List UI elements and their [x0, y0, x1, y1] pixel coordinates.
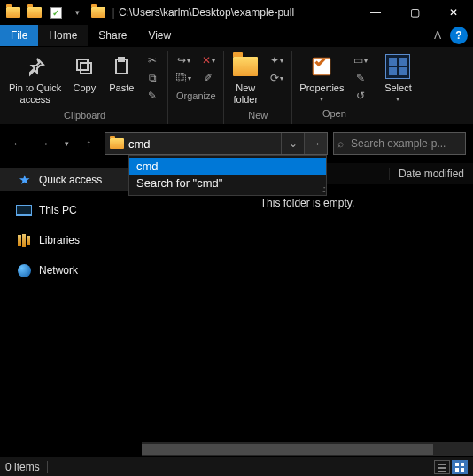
monitor-icon [16, 203, 32, 217]
select-group-label [397, 105, 399, 121]
properties-button[interactable]: Properties ▾ [296, 51, 347, 105]
copy-label: Copy [73, 82, 96, 94]
properties-label: Properties [299, 82, 344, 94]
select-icon [384, 52, 412, 81]
svg-rect-5 [438, 464, 446, 465]
delete-button[interactable]: ✕▾ [198, 52, 218, 68]
new-item-button[interactable]: ✦▾ [267, 52, 286, 68]
ribbon-tabs: File Home Share View ᐱ ? [0, 25, 473, 46]
copy-path-button[interactable]: ⧉ [143, 70, 162, 86]
copy-to-button[interactable]: ⿻▾ [174, 70, 193, 86]
tab-home[interactable]: Home [38, 25, 88, 46]
sidebar-label-thispc: This PC [39, 204, 77, 216]
qat-checkbox-icon[interactable]: ✓ [46, 3, 66, 22]
svg-rect-6 [438, 467, 446, 469]
address-folder-icon [105, 138, 128, 149]
sidebar-label-libraries: Libraries [39, 234, 80, 246]
paste-button[interactable]: Paste [104, 51, 139, 96]
pin-label-2: access [20, 94, 50, 105]
rename-icon: ✐ [204, 72, 213, 84]
tab-share[interactable]: Share [88, 25, 137, 46]
thumbnails-view-button[interactable] [452, 460, 468, 474]
qat-window-icon [89, 3, 108, 22]
history-icon: ↺ [356, 90, 365, 102]
column-date-modified[interactable]: Date modified [390, 168, 473, 180]
sidebar-label-quick: Quick access [39, 174, 102, 186]
qat-dropdown[interactable]: ▾ [67, 3, 87, 22]
paste-label: Paste [109, 82, 134, 94]
edit-button[interactable]: ✎ [351, 70, 370, 86]
window-title: C:\Users\karlm\Desktop\example-pull [117, 6, 356, 19]
sidebar-item-this-pc[interactable]: This PC [0, 199, 141, 222]
qat-folder2-icon[interactable] [25, 3, 44, 22]
navigation-bar: ← → ▾ ↑ ⌄ → cmd Search for "cmd" .:: ⌕ [0, 125, 473, 162]
paste-icon [107, 52, 136, 81]
tab-file[interactable]: File [0, 25, 38, 46]
open-button[interactable]: ▭▾ [351, 52, 370, 68]
quick-access-toolbar: ✓ ▾ | [4, 3, 117, 22]
maximize-button[interactable]: ▢ [395, 0, 434, 25]
forward-button[interactable]: → [34, 133, 55, 154]
easy-access-button[interactable]: ⟳▾ [267, 70, 286, 86]
paste-shortcut-button[interactable]: ✎ [143, 88, 162, 104]
sidebar-label-network: Network [39, 264, 78, 277]
recent-locations-button[interactable]: ▾ [60, 133, 73, 154]
sidebar-item-quick-access[interactable]: ★ Quick access [0, 168, 141, 191]
pin-icon [21, 52, 50, 81]
ribbon-collapse-button[interactable]: ᐱ [427, 29, 448, 42]
explorer-body: ★ Quick access This PC Libraries Network… [0, 162, 473, 456]
close-button[interactable]: ✕ [434, 0, 473, 25]
back-button[interactable]: ← [7, 133, 28, 154]
sidebar-item-network[interactable]: Network [0, 259, 141, 282]
file-list[interactable]: This folder is empty. [142, 184, 473, 442]
up-button[interactable]: ↑ [78, 133, 99, 154]
new-folder-label-2: folder [234, 94, 259, 105]
new-folder-label-1: New [236, 82, 255, 93]
copy-path-icon: ⧉ [149, 72, 157, 84]
tab-view[interactable]: View [137, 25, 182, 46]
window-controls: — ▢ ✕ [356, 0, 473, 25]
details-view-button[interactable] [434, 460, 450, 474]
copy-to-icon: ⿻ [176, 72, 187, 84]
new-folder-button[interactable]: Newfolder [228, 51, 263, 107]
history-button[interactable]: ↺ [351, 88, 370, 104]
rename-button[interactable]: ✐ [198, 70, 218, 86]
sidebar-item-libraries[interactable]: Libraries [0, 229, 141, 252]
pin-quick-access-button[interactable]: Pin to Quickaccess [5, 51, 65, 107]
view-buttons [434, 460, 468, 474]
svg-rect-11 [461, 468, 464, 472]
suggestion-cmd[interactable]: cmd [129, 158, 326, 175]
help-button[interactable]: ? [450, 27, 468, 44]
move-to-button[interactable]: ↪▾ [174, 52, 193, 68]
group-clipboard: Pin to Quickaccess Copy Paste ✂ ⧉ ✎ Clip… [2, 51, 168, 124]
search-input[interactable] [349, 137, 473, 151]
select-button[interactable]: Select ▾ [380, 51, 415, 105]
dropdown-resize-grip[interactable]: .:: [322, 184, 324, 194]
svg-rect-7 [438, 471, 446, 472]
horizontal-scrollbar[interactable] [142, 442, 473, 456]
address-dropdown-button[interactable]: ⌄ [281, 133, 304, 154]
explorer-window: { "title_path": "C:\\Users\\karlm\\Deskt… [0, 0, 473, 476]
minimize-button[interactable]: — [356, 0, 395, 25]
navigation-pane[interactable]: ★ Quick access This PC Libraries Network [0, 163, 142, 456]
network-icon [16, 263, 32, 277]
easy-access-icon: ⟳ [270, 72, 279, 84]
copy-button[interactable]: Copy [66, 51, 102, 96]
cut-button[interactable]: ✂ [143, 52, 162, 68]
pin-label-1: Pin to Quick [9, 82, 61, 93]
qat-folder-icon[interactable] [4, 3, 23, 22]
address-input[interactable] [128, 137, 281, 151]
title-bar: ✓ ▾ | C:\Users\karlm\Desktop\example-pul… [0, 0, 473, 25]
clipboard-group-label: Clipboard [64, 107, 105, 124]
scrollbar-thumb[interactable] [142, 444, 433, 455]
suggestion-search-cmd[interactable]: Search for "cmd" [129, 175, 326, 191]
address-bar[interactable]: ⌄ → cmd Search for "cmd" .:: [105, 132, 328, 155]
group-new: Newfolder ✦▾ ⟳▾ New [224, 51, 292, 124]
properties-icon [307, 52, 336, 81]
clipboard-small-buttons: ✂ ⧉ ✎ [141, 51, 164, 105]
go-button[interactable]: → [304, 133, 327, 154]
copy-icon [70, 52, 98, 81]
status-bar: 0 items [0, 456, 473, 476]
search-box[interactable]: ⌕ [333, 132, 466, 155]
folder-icon [231, 52, 260, 81]
